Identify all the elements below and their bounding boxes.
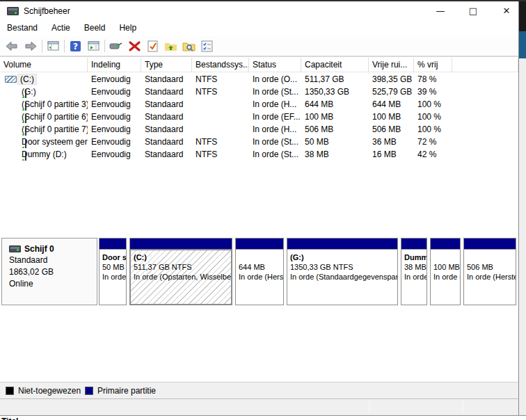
column-header-bestandssys-[interactable]: Bestandssys... (192, 58, 249, 72)
check-document-icon[interactable] (145, 39, 160, 54)
partition-block[interactable]: 644 MBIn orde (Herstelpartitie) (235, 238, 284, 305)
partition-block[interactable]: 100 MBIn orde (EFI-systeempartitie) (430, 238, 461, 305)
table-row[interactable]: (C:)EenvoudigStandaardNTFSIn orde (O...5… (0, 73, 518, 86)
cell-indeling: Eenvoudig (88, 98, 141, 111)
column-header-blank[interactable] (452, 58, 518, 72)
partition-status: In orde (EFI-systeempartitie) (433, 272, 460, 282)
partition-size: 50 MB NTFS (102, 262, 126, 272)
cell-status: In orde (O... (249, 73, 301, 86)
partition-title (239, 252, 283, 262)
partition-color-bar (430, 238, 461, 249)
cell-vrije_ruimte: 525,79 GB (369, 86, 414, 98)
partition-size: 506 MB (467, 262, 516, 272)
cell-pct_vrij: 100 % (414, 111, 452, 123)
table-row[interactable]: Door systeem gere...EenvoudigStandaardNT… (0, 136, 518, 148)
menu-item-bestand[interactable]: Bestand (0, 21, 45, 33)
volume-name: Door systeem gere... (22, 137, 88, 147)
disk0-status: Online (9, 279, 97, 289)
cell-fs: NTFS (192, 136, 249, 148)
partition-status: In orde (Herstelpartitie) (467, 272, 516, 282)
table-row[interactable]: (Schijf 0 partitie 6)EenvoudigStandaardI… (0, 111, 518, 123)
help-icon[interactable]: ? (68, 39, 83, 54)
console-tree-icon[interactable] (46, 39, 61, 54)
folder-search-icon[interactable] (182, 39, 196, 54)
close-button[interactable]: ✕ (495, 1, 518, 21)
cell-status: In orde (St... (249, 86, 301, 98)
cell-fs: NTFS (192, 148, 249, 161)
column-header-type[interactable]: Type (141, 58, 192, 72)
partition-title: Door systeem gereserveerd (102, 252, 126, 262)
background-window-gray-strip (519, 58, 526, 415)
folder-up-icon[interactable] (164, 39, 178, 54)
partition-blocks: Door systeem gereserveerd50 MB NTFSIn or… (99, 238, 519, 305)
cell-volume: Door systeem gere... (0, 136, 88, 148)
show-console-icon[interactable] (86, 39, 101, 54)
background-window-dark-strip (519, 1, 526, 31)
partition-block[interactable]: Door systeem gereserveerd50 MB NTFSIn or… (99, 238, 127, 305)
volume-name: (C:) (18, 74, 36, 84)
cell-pct_vrij: 72 % (414, 136, 452, 148)
status-bar (0, 398, 518, 415)
volume-disk-icon (25, 89, 26, 98)
partition-body: (C:)511,37 GB NTFSIn orde (Opstarten, Wi… (129, 249, 232, 305)
table-row[interactable]: (Schijf 0 partitie 7)EenvoudigStandaardI… (0, 123, 518, 136)
column-header-vrije-rui-[interactable]: Vrije rui... (369, 58, 414, 72)
cell-volume: Dummy (D:) (0, 148, 88, 161)
cell-type: Standaard (141, 123, 192, 136)
cell-vrije_ruimte: 100 MB (369, 111, 414, 123)
partition-color-bar (287, 238, 398, 249)
cell-volume: (Schijf 0 partitie 3) (0, 98, 88, 111)
cell-indeling: Eenvoudig (88, 136, 141, 148)
cell-type: Standaard (141, 136, 192, 148)
cell-vrije_ruimte: 506 MB (369, 123, 414, 136)
cell-type: Standaard (141, 73, 192, 86)
partition-block[interactable]: (G:)1350,33 GB NTFSIn orde (Standaardgeg… (287, 238, 398, 305)
disk0-info-box[interactable]: Schijf 0 Standaard 1863,02 GB Online (1, 238, 97, 305)
partition-status: In orde (Herstelpartitie) (239, 272, 283, 282)
cell-indeling: Eenvoudig (88, 73, 141, 86)
menu-item-beeld[interactable]: Beeld (77, 21, 113, 33)
partition-status: In orde (Primaire partitie) (404, 272, 427, 282)
title-bar[interactable]: Schijfbeheer — □ ✕ (0, 1, 518, 21)
table-row[interactable]: (G:)EenvoudigStandaardNTFSIn orde (St...… (0, 86, 518, 98)
column-header-volume[interactable]: Volume (0, 58, 88, 72)
disk0-name: Schijf 0 (9, 244, 97, 254)
partition-color-bar (129, 238, 232, 249)
volume-name: Dummy (D:) (22, 150, 67, 159)
checklist-icon[interactable] (200, 39, 214, 54)
partition-size: 1350,33 GB NTFS (290, 262, 397, 272)
menu-item-help[interactable]: Help (112, 21, 143, 33)
partition-title (433, 252, 460, 262)
background-window-bottom: Titel (0, 415, 526, 420)
column-header-capaciteit[interactable]: Capaciteit (301, 58, 369, 72)
table-row[interactable]: Dummy (D:)EenvoudigStandaardNTFSIn orde … (0, 148, 518, 161)
minimize-button[interactable]: — (429, 1, 452, 21)
forward-icon[interactable] (24, 39, 38, 54)
cell-volume: (C:) (0, 73, 88, 86)
partition-block[interactable]: (C:)511,37 GB NTFSIn orde (Opstarten, Wi… (129, 238, 232, 305)
toolbar-separator (104, 40, 105, 52)
column-header--vrij[interactable]: % vrij (414, 58, 452, 72)
cell-capaciteit: 100 MB (301, 111, 369, 123)
table-row[interactable]: (Schijf 0 partitie 3)EenvoudigStandaardI… (0, 98, 518, 111)
column-header-indeling[interactable]: Indeling (88, 58, 141, 72)
partition-status: In orde (Opstarten, Wisselbestand, Crash… (134, 272, 231, 282)
partition-body: Dummy (D:)38 MB NTFSIn orde (Primaire pa… (401, 249, 427, 305)
legend-label: Primaire partitie (97, 386, 156, 396)
maximize-button[interactable]: □ (461, 1, 485, 21)
column-header-status[interactable]: Status (249, 58, 301, 72)
partition-block[interactable]: 506 MBIn orde (Herstelpartitie) (463, 238, 516, 305)
cell-pct_vrij: 100 % (414, 123, 452, 136)
delete-icon[interactable] (127, 39, 142, 54)
window-title: Schijfbeheer (24, 6, 70, 16)
menu-item-actie[interactable]: Actie (45, 21, 77, 33)
back-icon[interactable] (4, 39, 19, 54)
background-window-blue-strip (519, 31, 526, 58)
partition-block[interactable]: Dummy (D:)38 MB NTFSIn orde (Primaire pa… (401, 238, 427, 305)
partition-title: (C:) (134, 252, 231, 262)
partition-status: In orde (Standaardgegevenspartitie) (290, 272, 397, 282)
cell-volume: (Schijf 0 partitie 7) (0, 123, 88, 136)
disk0-size: 1863,02 GB (9, 267, 97, 277)
cell-volume: (Schijf 0 partitie 6) (0, 111, 88, 123)
disk-tool-icon[interactable] (109, 39, 123, 54)
